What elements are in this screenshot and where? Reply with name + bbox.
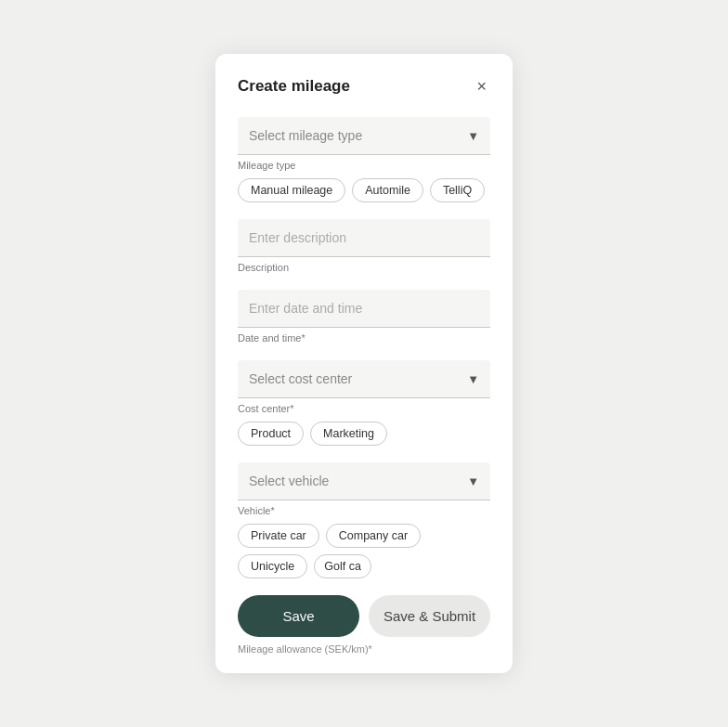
- chevron-down-icon-3: ▼: [467, 474, 479, 488]
- mileage-type-dropdown[interactable]: Select mileage type ▼: [238, 117, 490, 155]
- chip-marketing[interactable]: Marketing: [310, 422, 387, 446]
- chevron-down-icon: ▼: [467, 129, 479, 143]
- chip-golf-car[interactable]: Golf ca: [314, 554, 371, 578]
- modal-title: Create mileage: [238, 77, 350, 96]
- save-button[interactable]: Save: [238, 595, 359, 637]
- modal-header: Create mileage ×: [238, 76, 490, 97]
- mileage-type-label: Mileage type: [238, 160, 490, 171]
- vehicle-label: Vehicle*: [238, 505, 490, 516]
- footer-label: Mileage allowance (SEK/km)*: [238, 643, 490, 655]
- description-input[interactable]: [238, 219, 490, 257]
- modal-container: Create mileage × Select mileage type ▼ M…: [215, 54, 513, 673]
- chevron-down-icon-2: ▼: [467, 372, 479, 386]
- chip-telliq[interactable]: TelliQ: [430, 178, 485, 202]
- modal-backdrop: Create mileage × Select mileage type ▼ M…: [0, 0, 728, 727]
- description-section: Description: [238, 219, 490, 273]
- cost-center-dropdown[interactable]: Select cost center ▼: [238, 360, 490, 398]
- chip-private-car[interactable]: Private car: [238, 524, 319, 548]
- vehicle-section: Select vehicle ▼ Vehicle* Private car Co…: [238, 462, 490, 578]
- mileage-type-placeholder: Select mileage type: [249, 128, 362, 143]
- close-button[interactable]: ×: [473, 76, 490, 97]
- datetime-section: Date and time*: [238, 290, 490, 344]
- chip-product[interactable]: Product: [238, 422, 304, 446]
- chip-automile[interactable]: Automile: [352, 178, 423, 202]
- cost-center-chips: Product Marketing: [238, 422, 490, 446]
- button-row: Save Save & Submit: [238, 595, 490, 637]
- chip-company-car[interactable]: Company car: [326, 524, 421, 548]
- cost-center-placeholder: Select cost center: [249, 371, 352, 386]
- chip-unicycle[interactable]: Unicycle: [238, 554, 307, 578]
- description-label: Description: [238, 262, 490, 273]
- vehicle-chips: Private car Company car Unicycle Golf ca: [238, 524, 490, 578]
- mileage-type-chips: Manual mileage Automile TelliQ: [238, 178, 490, 202]
- save-submit-button[interactable]: Save & Submit: [369, 595, 490, 637]
- vehicle-placeholder: Select vehicle: [249, 474, 329, 488]
- mileage-type-section: Select mileage type ▼ Mileage type Manua…: [238, 117, 490, 202]
- vehicle-dropdown[interactable]: Select vehicle ▼: [238, 462, 490, 500]
- cost-center-label: Cost center*: [238, 403, 490, 414]
- cost-center-section: Select cost center ▼ Cost center* Produc…: [238, 360, 490, 446]
- chip-manual-mileage[interactable]: Manual mileage: [238, 178, 345, 202]
- datetime-input[interactable]: [238, 290, 490, 328]
- datetime-label: Date and time*: [238, 332, 490, 344]
